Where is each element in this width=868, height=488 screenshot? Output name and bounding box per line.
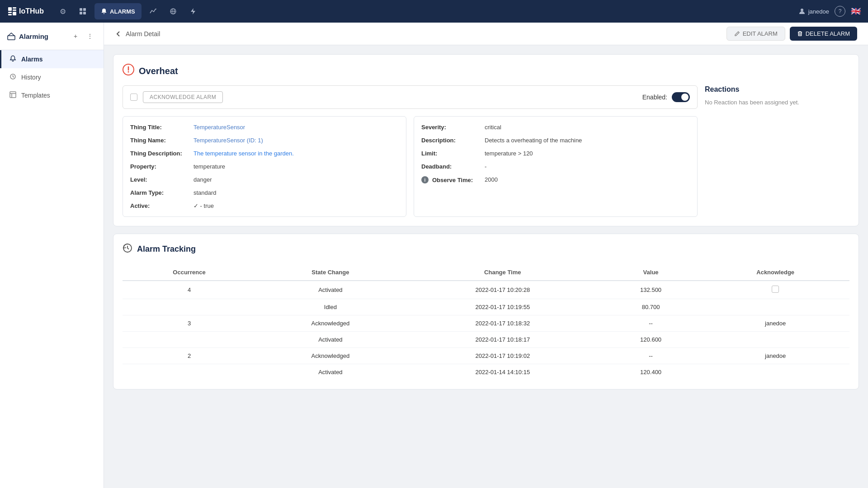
sidebar: Alarming + ⋮ Alarms History Templates <box>0 23 104 488</box>
tracking-card: Alarm Tracking Occurrence State Change C… <box>113 234 859 389</box>
sidebar-add-btn[interactable]: + <box>69 30 82 42</box>
acknowledge-checkbox[interactable] <box>772 286 779 293</box>
cell-change-time: 2022-01-17 10:19:02 <box>405 348 600 364</box>
nav-table[interactable] <box>75 3 91 19</box>
history-sidebar-icon <box>9 73 17 81</box>
thing-title-value[interactable]: TemperatureSensor <box>193 124 245 131</box>
page-header: Alarm Detail EDIT ALARM DELETE ALARM <box>104 23 868 45</box>
language-flag[interactable]: 🇬🇧 <box>851 6 861 16</box>
cell-occurrence: 2 <box>123 348 256 364</box>
delete-alarm-button[interactable]: DELETE ALARM <box>790 27 857 41</box>
cell-acknowledge <box>701 364 849 380</box>
sidebar-item-history[interactable]: History <box>0 68 104 86</box>
observe-time-label: i Observe Time: <box>421 176 485 183</box>
sidebar-item-alarms[interactable]: Alarms <box>0 50 104 68</box>
cell-acknowledge[interactable] <box>701 281 849 299</box>
cell-occurrence: 4 <box>123 281 256 299</box>
svg-rect-8 <box>80 12 82 14</box>
tracking-icon <box>123 243 132 255</box>
property-label: Property: <box>130 163 193 170</box>
svg-rect-6 <box>80 8 82 11</box>
cell-acknowledge: janedoe <box>701 315 849 332</box>
col-value: Value <box>600 264 702 281</box>
reactions-title: Reactions <box>705 85 849 94</box>
overheat-icon <box>123 64 134 75</box>
nav-globe[interactable] <box>165 3 181 19</box>
tracking-title: Alarm Tracking <box>137 244 196 254</box>
cell-value: 120.600 <box>600 332 702 348</box>
table-row: Activated2022-01-17 10:18:17120.600 <box>123 332 849 348</box>
cell-occurrence <box>123 332 256 348</box>
tracking-table-header: Occurrence State Change Change Time Valu… <box>123 264 849 281</box>
nav-alarms-label: ALARMS <box>110 8 135 15</box>
observe-time-info-icon: i <box>421 176 429 183</box>
cell-value: 132.500 <box>600 281 702 299</box>
cell-state: Idled <box>256 299 405 315</box>
cell-acknowledge <box>701 299 849 315</box>
sidebar-item-templates[interactable]: Templates <box>0 86 104 104</box>
nav-settings[interactable]: ⚙ <box>55 3 71 19</box>
active-value: ✓ - true <box>193 202 214 209</box>
ack-checkbox[interactable] <box>130 94 137 101</box>
home-icon <box>7 32 15 40</box>
cell-change-time: 2022-01-17 10:18:17 <box>405 332 600 348</box>
delete-label: DELETE ALARM <box>806 30 850 37</box>
acknowledge-button[interactable]: ACKNOWLEDGE ALARM <box>143 91 223 103</box>
cell-change-time: 2022-01-17 10:18:32 <box>405 315 600 332</box>
thing-desc-row: Thing Description: The temperature senso… <box>130 150 399 157</box>
logo-text: IoTHub <box>19 7 44 15</box>
alarm-card: Overheat ACKNOWLEDGE ALARM Enabled: <box>113 54 859 226</box>
cell-state: Acknowledged <box>256 315 405 332</box>
svg-rect-0 <box>8 7 12 11</box>
cell-acknowledge <box>701 332 849 348</box>
svg-rect-3 <box>8 12 12 13</box>
property-row: Property: temperature <box>130 163 399 170</box>
back-button[interactable] <box>115 30 122 38</box>
observe-time-row: i Observe Time: 2000 <box>421 176 690 183</box>
right-detail-panel: Severity: critical Description: Detects … <box>414 116 698 217</box>
thing-desc-label: Thing Description: <box>130 150 193 157</box>
enabled-label: Enabled: <box>642 94 667 101</box>
table-row: Idled2022-01-17 10:19:5580.700 <box>123 299 849 315</box>
alarm-type-value: standard <box>193 189 217 196</box>
cell-change-time: 2022-01-14 14:10:15 <box>405 364 600 380</box>
enabled-toggle[interactable] <box>672 92 690 102</box>
nav-alarms[interactable]: ALARMS <box>94 3 142 19</box>
help-button[interactable]: ? <box>835 6 845 17</box>
svg-rect-2 <box>13 9 16 11</box>
cell-value: -- <box>600 315 702 332</box>
thing-name-value[interactable]: TemperatureSensor (ID: 1) <box>193 137 263 144</box>
level-row: Level: danger <box>130 176 399 183</box>
main-content: Alarm Detail EDIT ALARM DELETE ALARM <box>104 23 868 488</box>
cell-value: 120.400 <box>600 364 702 380</box>
cell-value: 80.700 <box>600 299 702 315</box>
page-actions: EDIT ALARM DELETE ALARM <box>726 27 857 41</box>
svg-point-14 <box>801 9 803 11</box>
col-change-time: Change Time <box>405 264 600 281</box>
edit-alarm-button[interactable]: EDIT ALARM <box>726 27 785 41</box>
tracking-title-row: Alarm Tracking <box>123 243 849 255</box>
svg-rect-5 <box>13 12 16 15</box>
topnav: IoTHub ⚙ ALARMS janedoe ? 🇬🇧 <box>0 0 868 23</box>
cell-occurrence <box>123 364 256 380</box>
sidebar-header: Alarming + ⋮ <box>0 23 104 50</box>
description-row: Description: Detects a overheating of th… <box>421 137 690 144</box>
cell-state: Activated <box>256 332 405 348</box>
sidebar-menu-btn[interactable]: ⋮ <box>84 30 96 42</box>
deadband-row: Deadband: - <box>421 163 690 170</box>
active-label: Active: <box>130 202 193 209</box>
severity-label: Severity: <box>421 124 485 131</box>
limit-row: Limit: temperature > 120 <box>421 150 690 157</box>
svg-point-23 <box>128 71 129 73</box>
detail-grid: Thing Title: TemperatureSensor Thing Nam… <box>123 116 698 217</box>
svg-rect-9 <box>83 12 86 14</box>
username: janedoe <box>808 8 829 15</box>
edit-label: EDIT ALARM <box>743 30 778 37</box>
content-area: Overheat ACKNOWLEDGE ALARM Enabled: <box>104 45 868 488</box>
thing-desc-value[interactable]: The temperature sensor in the garden. <box>193 150 294 157</box>
thing-title-row: Thing Title: TemperatureSensor <box>130 124 399 131</box>
nav-chart[interactable] <box>145 3 161 19</box>
user-icon <box>798 8 806 15</box>
property-value: temperature <box>193 163 225 170</box>
nav-lightning[interactable] <box>185 3 201 19</box>
